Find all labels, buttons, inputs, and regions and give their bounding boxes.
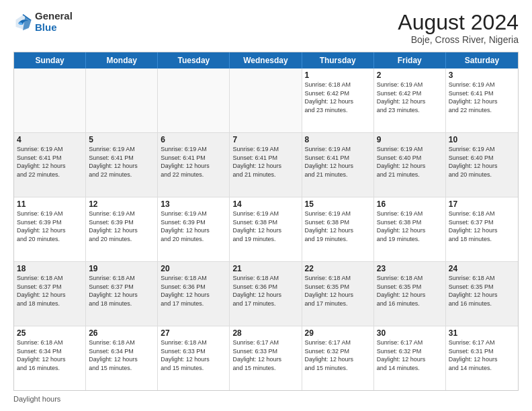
day-info: Sunrise: 6:19 AM Sunset: 6:41 PM Dayligh… xyxy=(232,145,298,179)
day-number: 2 xyxy=(377,71,443,80)
calendar-day-cell: 25Sunrise: 6:18 AM Sunset: 6:34 PM Dayli… xyxy=(14,326,86,390)
day-number: 9 xyxy=(377,135,443,144)
day-info: Sunrise: 6:18 AM Sunset: 6:36 PM Dayligh… xyxy=(161,274,226,308)
calendar-day-cell: 28Sunrise: 6:17 AM Sunset: 6:33 PM Dayli… xyxy=(230,326,302,390)
calendar-week-row: 11Sunrise: 6:19 AM Sunset: 6:39 PM Dayli… xyxy=(14,197,518,262)
day-info: Sunrise: 6:18 AM Sunset: 6:37 PM Dayligh… xyxy=(449,210,515,243)
calendar-body: 1Sunrise: 6:18 AM Sunset: 6:42 PM Daylig… xyxy=(14,68,518,390)
day-info: Sunrise: 6:18 AM Sunset: 6:34 PM Dayligh… xyxy=(89,338,154,372)
day-number: 15 xyxy=(305,199,371,209)
day-number: 22 xyxy=(305,264,371,273)
day-number: 10 xyxy=(449,135,515,144)
footer-note: Daylight hours xyxy=(13,395,519,403)
calendar-day-cell: 9Sunrise: 6:19 AM Sunset: 6:40 PM Daylig… xyxy=(374,133,446,197)
day-number: 31 xyxy=(449,328,515,338)
calendar-day-cell: 2Sunrise: 6:19 AM Sunset: 6:42 PM Daylig… xyxy=(374,68,446,132)
day-info: Sunrise: 6:19 AM Sunset: 6:40 PM Dayligh… xyxy=(449,145,515,179)
page: General Blue August 2024 Boje, Cross Riv… xyxy=(0,0,532,411)
day-info: Sunrise: 6:18 AM Sunset: 6:34 PM Dayligh… xyxy=(17,338,83,372)
day-number: 18 xyxy=(17,264,83,273)
day-number: 30 xyxy=(377,328,443,338)
calendar-day-cell: 30Sunrise: 6:17 AM Sunset: 6:32 PM Dayli… xyxy=(374,326,446,390)
day-number: 29 xyxy=(305,328,371,338)
calendar-day-cell: 19Sunrise: 6:18 AM Sunset: 6:37 PM Dayli… xyxy=(86,262,158,326)
day-number: 13 xyxy=(161,199,226,209)
day-info: Sunrise: 6:19 AM Sunset: 6:38 PM Dayligh… xyxy=(305,210,371,243)
calendar-day-cell: 4Sunrise: 6:19 AM Sunset: 6:41 PM Daylig… xyxy=(14,133,86,197)
day-info: Sunrise: 6:19 AM Sunset: 6:41 PM Dayligh… xyxy=(161,145,226,179)
calendar-day-cell: 15Sunrise: 6:19 AM Sunset: 6:38 PM Dayli… xyxy=(302,197,374,261)
calendar-day-cell: 26Sunrise: 6:18 AM Sunset: 6:34 PM Dayli… xyxy=(86,326,158,390)
calendar-header-cell: Saturday xyxy=(446,52,518,68)
logo-text: General Blue xyxy=(35,11,73,33)
calendar-week-row: 1Sunrise: 6:18 AM Sunset: 6:42 PM Daylig… xyxy=(14,68,518,133)
calendar-day-cell xyxy=(158,68,230,132)
day-info: Sunrise: 6:17 AM Sunset: 6:31 PM Dayligh… xyxy=(449,338,515,372)
calendar-header-cell: Monday xyxy=(86,52,158,68)
main-title: August 2024 xyxy=(398,11,519,34)
calendar-day-cell: 8Sunrise: 6:19 AM Sunset: 6:41 PM Daylig… xyxy=(302,133,374,197)
calendar: SundayMondayTuesdayWednesdayThursdayFrid… xyxy=(13,52,519,391)
calendar-day-cell: 24Sunrise: 6:18 AM Sunset: 6:35 PM Dayli… xyxy=(446,262,518,326)
calendar-day-cell: 3Sunrise: 6:19 AM Sunset: 6:41 PM Daylig… xyxy=(446,68,518,132)
day-info: Sunrise: 6:19 AM Sunset: 6:41 PM Dayligh… xyxy=(305,145,371,179)
day-number: 12 xyxy=(89,199,154,209)
logo-general-text: General xyxy=(35,11,73,22)
day-info: Sunrise: 6:19 AM Sunset: 6:41 PM Dayligh… xyxy=(89,145,154,179)
calendar-day-cell: 11Sunrise: 6:19 AM Sunset: 6:39 PM Dayli… xyxy=(14,197,86,261)
calendar-week-row: 18Sunrise: 6:18 AM Sunset: 6:37 PM Dayli… xyxy=(14,262,518,326)
calendar-day-cell: 17Sunrise: 6:18 AM Sunset: 6:37 PM Dayli… xyxy=(446,197,518,261)
day-info: Sunrise: 6:18 AM Sunset: 6:37 PM Dayligh… xyxy=(17,274,83,308)
calendar-day-cell: 27Sunrise: 6:18 AM Sunset: 6:33 PM Dayli… xyxy=(158,326,230,390)
calendar-day-cell xyxy=(86,68,158,132)
day-info: Sunrise: 6:18 AM Sunset: 6:35 PM Dayligh… xyxy=(449,274,515,308)
calendar-week-row: 25Sunrise: 6:18 AM Sunset: 6:34 PM Dayli… xyxy=(14,326,518,390)
day-number: 8 xyxy=(305,135,371,144)
calendar-header-cell: Tuesday xyxy=(158,52,230,68)
day-info: Sunrise: 6:17 AM Sunset: 6:33 PM Dayligh… xyxy=(232,338,298,372)
day-info: Sunrise: 6:17 AM Sunset: 6:32 PM Dayligh… xyxy=(377,338,443,372)
calendar-day-cell: 7Sunrise: 6:19 AM Sunset: 6:41 PM Daylig… xyxy=(230,133,302,197)
calendar-header-cell: Wednesday xyxy=(230,52,302,68)
day-info: Sunrise: 6:19 AM Sunset: 6:39 PM Dayligh… xyxy=(89,210,154,243)
day-number: 28 xyxy=(232,328,298,338)
day-number: 25 xyxy=(17,328,83,338)
calendar-header-cell: Thursday xyxy=(302,52,374,68)
day-number: 17 xyxy=(449,199,515,209)
calendar-day-cell: 21Sunrise: 6:18 AM Sunset: 6:36 PM Dayli… xyxy=(230,262,302,326)
logo-blue-text: Blue xyxy=(35,22,73,34)
day-number: 16 xyxy=(377,199,443,209)
day-info: Sunrise: 6:19 AM Sunset: 6:40 PM Dayligh… xyxy=(377,145,443,179)
day-number: 5 xyxy=(89,135,154,144)
day-number: 14 xyxy=(232,199,298,209)
calendar-day-cell: 18Sunrise: 6:18 AM Sunset: 6:37 PM Dayli… xyxy=(14,262,86,326)
day-info: Sunrise: 6:19 AM Sunset: 6:42 PM Dayligh… xyxy=(377,81,443,114)
day-info: Sunrise: 6:19 AM Sunset: 6:39 PM Dayligh… xyxy=(17,210,83,243)
day-info: Sunrise: 6:19 AM Sunset: 6:41 PM Dayligh… xyxy=(17,145,83,179)
calendar-header-cell: Sunday xyxy=(14,52,86,68)
subtitle: Boje, Cross River, Nigeria xyxy=(398,34,519,45)
calendar-day-cell: 29Sunrise: 6:17 AM Sunset: 6:32 PM Dayli… xyxy=(302,326,374,390)
calendar-day-cell: 16Sunrise: 6:19 AM Sunset: 6:38 PM Dayli… xyxy=(374,197,446,261)
day-number: 6 xyxy=(161,135,226,144)
calendar-day-cell: 5Sunrise: 6:19 AM Sunset: 6:41 PM Daylig… xyxy=(86,133,158,197)
header: General Blue August 2024 Boje, Cross Riv… xyxy=(13,11,519,45)
calendar-day-cell: 23Sunrise: 6:18 AM Sunset: 6:35 PM Dayli… xyxy=(374,262,446,326)
day-number: 23 xyxy=(377,264,443,273)
day-info: Sunrise: 6:18 AM Sunset: 6:35 PM Dayligh… xyxy=(305,274,371,308)
calendar-header-cell: Friday xyxy=(374,52,446,68)
calendar-day-cell: 12Sunrise: 6:19 AM Sunset: 6:39 PM Dayli… xyxy=(86,197,158,261)
day-number: 3 xyxy=(449,71,515,80)
day-info: Sunrise: 6:18 AM Sunset: 6:37 PM Dayligh… xyxy=(89,274,154,308)
day-number: 1 xyxy=(305,71,371,80)
day-info: Sunrise: 6:18 AM Sunset: 6:36 PM Dayligh… xyxy=(232,274,298,308)
day-info: Sunrise: 6:18 AM Sunset: 6:35 PM Dayligh… xyxy=(377,274,443,308)
calendar-day-cell xyxy=(230,68,302,132)
calendar-day-cell: 22Sunrise: 6:18 AM Sunset: 6:35 PM Dayli… xyxy=(302,262,374,326)
day-info: Sunrise: 6:19 AM Sunset: 6:41 PM Dayligh… xyxy=(449,81,515,114)
calendar-day-cell: 10Sunrise: 6:19 AM Sunset: 6:40 PM Dayli… xyxy=(446,133,518,197)
calendar-day-cell: 1Sunrise: 6:18 AM Sunset: 6:42 PM Daylig… xyxy=(302,68,374,132)
calendar-day-cell: 13Sunrise: 6:19 AM Sunset: 6:39 PM Dayli… xyxy=(158,197,230,261)
day-number: 21 xyxy=(232,264,298,273)
day-info: Sunrise: 6:19 AM Sunset: 6:39 PM Dayligh… xyxy=(161,210,226,243)
